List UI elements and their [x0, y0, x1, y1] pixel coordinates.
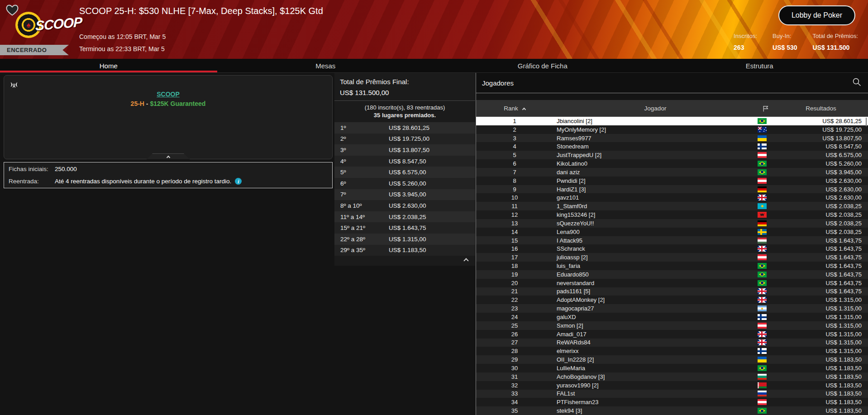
- scroll-up-arrow[interactable]: [866, 119, 867, 127]
- prize-place: 1º: [334, 124, 389, 131]
- player-result: US$ 1.643,75: [774, 288, 868, 295]
- player-rank: 20: [476, 280, 553, 286]
- player-row[interactable]: 6KikoLatino0US$ 5.260,00: [476, 159, 868, 168]
- player-row[interactable]: 31AchoBogdanov [3]US$ 1.183,50: [476, 372, 868, 381]
- player-result: US$ 1.315,00: [774, 296, 868, 303]
- player-rank: 26: [476, 331, 553, 338]
- prize-amount: US$ 1.643,75: [389, 224, 475, 231]
- player-row[interactable]: 35stek94 [3]US$ 1.183,50: [476, 406, 868, 415]
- column-header-results[interactable]: Resultados: [774, 105, 868, 112]
- flag-br-icon: [758, 408, 767, 414]
- flag-fi-icon: [758, 314, 767, 320]
- prize-row: 15º a 21ºUS$ 1.643,75: [334, 222, 475, 234]
- player-flag-cell: [758, 305, 774, 311]
- column-header-player[interactable]: Jogador: [553, 105, 758, 112]
- player-row[interactable]: 22AdoptAMonkey [2]US$ 1.315,00: [476, 296, 868, 304]
- player-name: Pwndidi [2]: [553, 177, 758, 184]
- player-name: Amadi_017: [553, 331, 758, 338]
- player-row[interactable]: 34PTFisherman23US$ 1.183,50: [476, 398, 868, 406]
- flag-icon: [762, 105, 769, 112]
- player-name: ReWARds84: [553, 339, 758, 346]
- player-row[interactable]: 13sQuezzeYoU!!US$ 2.038,25: [476, 219, 868, 228]
- player-row[interactable]: 27ReWARds84US$ 1.315,00: [476, 339, 868, 347]
- tournament-title: SCOOP 25-H: $530 NLHE [7-Max, Deep Stack…: [79, 6, 323, 16]
- tab-home[interactable]: Home: [0, 59, 217, 72]
- series-scoop-link[interactable]: SCOOP: [157, 91, 180, 98]
- player-row[interactable]: 32yurasov1990 [2]US$ 1.183,50: [476, 381, 868, 390]
- player-row[interactable]: 25Sxmon [2]US$ 1.315,00: [476, 321, 868, 330]
- player-rank: 28: [476, 348, 553, 354]
- player-flag-cell: [758, 357, 774, 363]
- player-row[interactable]: 21pads1161 [5]US$ 1.643,75: [476, 287, 868, 296]
- player-row[interactable]: 1Jbiancolini [2]US$ 28.601,25: [476, 117, 868, 125]
- tab-mesas[interactable]: Mesas: [217, 59, 434, 72]
- player-row[interactable]: 18luis_fariaUS$ 1.643,75: [476, 262, 868, 270]
- player-flag-cell: [758, 288, 774, 294]
- player-row[interactable]: 20neverstandardUS$ 1.643,75: [476, 279, 868, 287]
- player-rank: 22: [476, 296, 553, 303]
- flag-bg-icon: [758, 374, 767, 380]
- prize-panel: Total de Prêmios Final: US$ 131.500,00 (…: [334, 73, 475, 266]
- favorite-heart-icon[interactable]: [5, 4, 19, 16]
- player-row[interactable]: 10gavz101US$ 2.630,00: [476, 193, 868, 202]
- player-name: KikoLatino0: [553, 160, 758, 167]
- header-stat-0: Inscritos:263: [734, 33, 757, 51]
- end-time: Terminou as 22:33 BRT, Mar 5: [79, 45, 165, 52]
- tab-estrutura[interactable]: Estrutura: [651, 59, 868, 72]
- prize-collapse-button[interactable]: [334, 256, 475, 266]
- player-row[interactable]: 23magocapria27US$ 1.315,00: [476, 304, 868, 313]
- flag-fi-icon: [758, 143, 767, 149]
- player-row[interactable]: 7dani azizUS$ 3.945,00: [476, 168, 868, 176]
- player-row[interactable]: 2MyOnlyMemory [2]US$ 19.725,00: [476, 125, 868, 134]
- collapse-notch[interactable]: [147, 153, 190, 159]
- player-row[interactable]: 26Amadi_017US$ 1.315,00: [476, 330, 868, 339]
- prize-place: 4º: [334, 158, 389, 165]
- chevron-up-icon: [866, 118, 867, 126]
- tab-gr-fico-de-ficha[interactable]: Gráfico de Ficha: [434, 59, 651, 72]
- player-rank: 31: [476, 373, 553, 380]
- player-row[interactable]: 8Pwndidi [2]US$ 2.630,00: [476, 176, 868, 185]
- player-rank: 34: [476, 399, 553, 405]
- flag-de-icon: [758, 186, 767, 192]
- player-row[interactable]: 5JustTrappedU [2]US$ 6.575,00: [476, 151, 868, 159]
- chevron-up-icon: [166, 155, 170, 159]
- player-result: US$ 1.183,50: [774, 356, 868, 363]
- player-row[interactable]: 9HardiZ1 [3]US$ 2.630,00: [476, 185, 868, 194]
- player-name: Eduardo850: [553, 271, 758, 278]
- player-name: elmerixx: [553, 348, 758, 354]
- player-row[interactable]: 111_Stamf0rdUS$ 2.038,25: [476, 202, 868, 210]
- search-icon[interactable]: [852, 77, 862, 89]
- lobby-de-poker-button[interactable]: Lobby de Poker: [778, 5, 855, 25]
- flag-br-icon: [758, 169, 767, 175]
- player-flag-cell: [758, 203, 774, 209]
- player-row[interactable]: 33FAL1stUS$ 1.183,50: [476, 390, 868, 398]
- player-name: stek94 [3]: [553, 407, 758, 414]
- player-row[interactable]: 12king153246 [2]US$ 2.038,25: [476, 210, 868, 219]
- player-row[interactable]: 14Lena900US$ 2.038,25: [476, 228, 868, 236]
- player-row[interactable]: 15I Attack95US$ 1.643,75: [476, 236, 868, 245]
- player-result: US$ 1.643,75: [774, 271, 868, 278]
- player-row[interactable]: 16SSchranckUS$ 1.643,75: [476, 244, 868, 253]
- player-row[interactable]: 3Ramses9977US$ 13.807,50: [476, 134, 868, 143]
- player-rank: 29: [476, 356, 553, 363]
- info-icon[interactable]: i: [235, 178, 242, 185]
- prize-row: 1ºUS$ 28.601,25: [334, 122, 475, 134]
- player-result: US$ 1.643,75: [774, 280, 868, 286]
- player-result: US$ 1.183,50: [774, 407, 868, 414]
- player-row[interactable]: 4StonedreamUS$ 8.547,50: [476, 142, 868, 151]
- player-row[interactable]: 19Eduardo850US$ 1.643,75: [476, 270, 868, 279]
- player-rank: 32: [476, 382, 553, 389]
- player-row[interactable]: 28elmerixxUS$ 1.315,00: [476, 347, 868, 355]
- player-flag-cell: [758, 161, 774, 167]
- player-row[interactable]: 24galuXDUS$ 1.315,00: [476, 313, 868, 321]
- player-row[interactable]: 29OII_In2228 [2]US$ 1.183,50: [476, 355, 868, 364]
- player-flag-cell: [758, 186, 774, 192]
- player-row[interactable]: 17julioassp [2]US$ 1.643,75: [476, 253, 868, 262]
- player-rank: 30: [476, 365, 553, 372]
- column-header-rank[interactable]: Rank: [476, 105, 553, 112]
- player-name: PTFisherman23: [553, 399, 758, 405]
- player-name: JustTrappedU [2]: [553, 152, 758, 158]
- column-header-flag[interactable]: [758, 105, 774, 112]
- player-rank: 35: [476, 407, 553, 414]
- player-row[interactable]: 30LullieMariaUS$ 1.183,50: [476, 364, 868, 372]
